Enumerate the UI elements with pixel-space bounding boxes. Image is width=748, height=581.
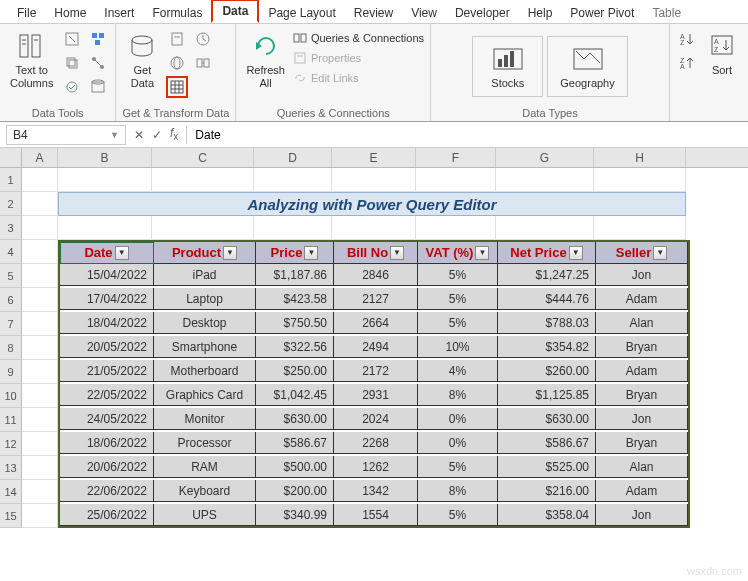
table-cell[interactable]: $1,125.85 [498,384,596,406]
table-cell[interactable]: Bryan [596,336,688,358]
text-to-columns-button[interactable]: Text to Columns [6,28,57,91]
table-cell[interactable]: UPS [154,504,256,526]
remove-duplicates-button[interactable] [61,52,83,74]
table-cell[interactable]: 1262 [334,456,418,478]
row-header[interactable]: 1 [0,168,22,192]
table-cell[interactable]: $260.00 [498,360,596,382]
filter-button[interactable]: ▼ [390,246,404,260]
table-cell[interactable]: $200.00 [256,480,334,502]
table-cell[interactable]: 2024 [334,408,418,430]
tab-home[interactable]: Home [45,3,95,23]
table-header-bill-no[interactable]: Bill No▼ [334,242,418,264]
cell[interactable] [416,168,496,192]
get-data-button[interactable]: Get Data [122,28,162,91]
col-header-D[interactable]: D [254,148,332,167]
cell[interactable] [22,240,58,264]
col-header-H[interactable]: H [594,148,686,167]
fx-button[interactable]: fx [166,126,182,142]
table-cell[interactable]: 10% [418,336,498,358]
table-cell[interactable]: 17/04/2022 [60,288,154,310]
table-header-net-price[interactable]: Net Price▼ [498,242,596,264]
table-cell[interactable]: 2494 [334,336,418,358]
table-cell[interactable]: Motherboard [154,360,256,382]
table-cell[interactable]: $358.04 [498,504,596,526]
sort-button[interactable]: AZ Sort [702,28,742,79]
table-cell[interactable]: $1,042.45 [256,384,334,406]
stocks-button[interactable]: Stocks [472,36,543,97]
col-header-C[interactable]: C [152,148,254,167]
table-cell[interactable]: 5% [418,456,498,478]
cell[interactable] [22,360,58,384]
row-header[interactable]: 9 [0,360,22,384]
cell[interactable] [22,456,58,480]
table-cell[interactable]: Processor [154,432,256,454]
cell[interactable] [22,480,58,504]
tab-formulas[interactable]: Formulas [143,3,211,23]
cell[interactable] [254,168,332,192]
table-cell[interactable]: $788.03 [498,312,596,334]
select-all-corner[interactable] [0,148,22,168]
table-cell[interactable]: 2172 [334,360,418,382]
table-cell[interactable]: 8% [418,384,498,406]
data-model-button[interactable] [87,76,109,98]
cell[interactable] [22,408,58,432]
consolidate-button[interactable] [87,28,109,50]
filter-button[interactable]: ▼ [569,246,583,260]
row-header[interactable]: 10 [0,384,22,408]
col-header-A[interactable]: A [22,148,58,167]
table-cell[interactable]: Alan [596,312,688,334]
cell[interactable] [496,168,594,192]
data-validation-button[interactable] [61,76,83,98]
edit-links-button[interactable]: Edit Links [293,68,424,88]
col-header-B[interactable]: B [58,148,152,167]
cell[interactable] [496,216,594,240]
table-cell[interactable]: 4% [418,360,498,382]
recent-sources-button[interactable] [192,28,214,50]
table-cell[interactable]: $750.50 [256,312,334,334]
geography-button[interactable]: Geography [547,36,627,97]
row-header[interactable]: 7 [0,312,22,336]
tab-help[interactable]: Help [519,3,562,23]
cancel-formula-button[interactable]: ✕ [130,128,148,142]
cell[interactable] [22,432,58,456]
cell[interactable] [22,288,58,312]
table-cell[interactable]: Desktop [154,312,256,334]
cell[interactable] [22,384,58,408]
tab-table[interactable]: Table [643,3,690,23]
table-cell[interactable]: 20/05/2022 [60,336,154,358]
cell[interactable] [416,216,496,240]
cell[interactable] [22,216,58,240]
tab-developer[interactable]: Developer [446,3,519,23]
table-cell[interactable]: Keyboard [154,480,256,502]
table-cell[interactable]: 2931 [334,384,418,406]
row-header[interactable]: 15 [0,504,22,528]
table-cell[interactable]: 5% [418,264,498,286]
table-cell[interactable]: RAM [154,456,256,478]
table-cell[interactable]: 1554 [334,504,418,526]
refresh-all-button[interactable]: Refresh All [242,28,289,91]
from-table-range-button[interactable] [166,76,188,98]
table-cell[interactable]: Graphics Card [154,384,256,406]
table-cell[interactable]: $250.00 [256,360,334,382]
queries-connections-button[interactable]: Queries & Connections [293,28,424,48]
table-cell[interactable]: Bryan [596,432,688,454]
cell[interactable] [594,168,686,192]
table-cell[interactable]: 24/05/2022 [60,408,154,430]
table-cell[interactable]: 5% [418,504,498,526]
table-cell[interactable]: $216.00 [498,480,596,502]
enter-formula-button[interactable]: ✓ [148,128,166,142]
cell[interactable] [594,216,686,240]
table-cell[interactable]: 0% [418,432,498,454]
table-cell[interactable]: $586.67 [498,432,596,454]
filter-button[interactable]: ▼ [653,246,667,260]
cell[interactable] [332,216,416,240]
table-cell[interactable]: 25/06/2022 [60,504,154,526]
table-cell[interactable]: $1,247.25 [498,264,596,286]
table-cell[interactable]: 22/06/2022 [60,480,154,502]
table-cell[interactable]: 21/05/2022 [60,360,154,382]
table-cell[interactable]: 18/04/2022 [60,312,154,334]
tab-file[interactable]: File [8,3,45,23]
table-cell[interactable]: Monitor [154,408,256,430]
sort-za-button[interactable]: ZA [676,52,698,74]
sort-az-button[interactable]: AZ [676,28,698,50]
